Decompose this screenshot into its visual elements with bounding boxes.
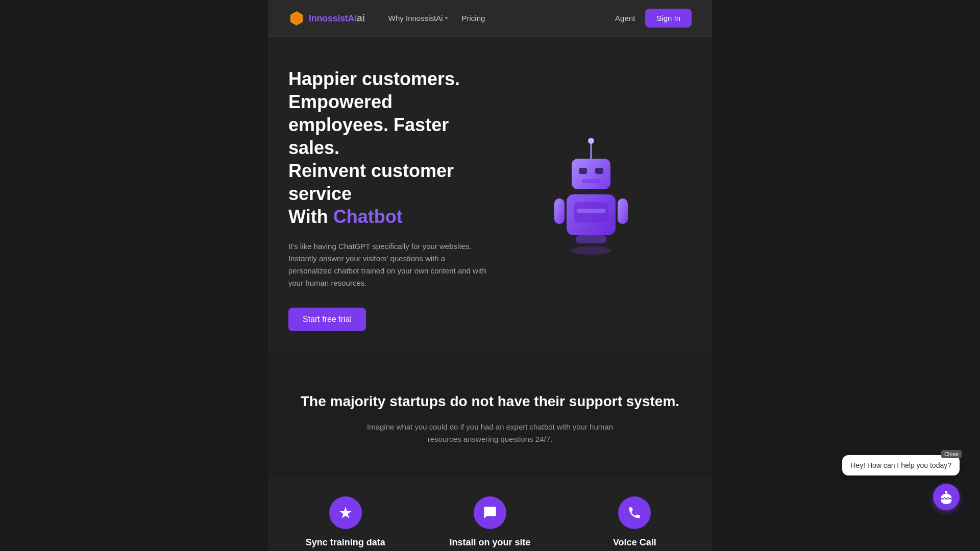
navbar: InnossistAiai Why InnossistAi ▾ Pricing … [268, 0, 712, 37]
chat-widget: Hey! How can I help you today? Close [842, 455, 960, 510]
logo: InnossistAiai [288, 10, 365, 27]
agent-link[interactable]: Agent [615, 14, 635, 22]
install-icon-circle [474, 496, 506, 529]
hero-section: Happier customers. Empowered employees. … [268, 37, 712, 352]
main-card: InnossistAiai Why InnossistAi ▾ Pricing … [268, 0, 712, 551]
svg-rect-11 [554, 198, 565, 224]
svg-rect-10 [577, 209, 605, 213]
feature-voice: Voice Call Add multiple agents for handl… [573, 496, 696, 551]
svg-rect-4 [572, 159, 610, 189]
feature-install: Install on your site Embed a chatbot on … [429, 496, 551, 551]
svg-rect-7 [582, 179, 600, 183]
phone-icon [627, 506, 642, 520]
hero-title: Happier customers. Empowered employees. … [288, 67, 490, 228]
chat-message-bubble: Hey! How can I help you today? [842, 455, 960, 475]
logo-text: InnossistAiai [309, 12, 365, 24]
hero-content: Happier customers. Empowered employees. … [288, 67, 490, 331]
star-icon [338, 506, 353, 520]
svg-rect-13 [576, 235, 606, 243]
page-wrapper: InnossistAiai Why InnossistAi ▾ Pricing … [0, 0, 980, 551]
svg-point-3 [588, 138, 594, 144]
nav-right: Agent Sign In [615, 9, 692, 28]
svg-point-14 [571, 246, 611, 255]
sync-icon-circle [329, 496, 362, 529]
bot-icon [939, 490, 953, 504]
middle-section: The majority startups do not have their … [268, 352, 712, 476]
voice-icon-circle [618, 496, 651, 529]
feature-sync: Sync training data Enter your URL for Si… [284, 496, 407, 551]
pricing-link[interactable]: Pricing [457, 11, 491, 26]
middle-title: The majority startups do not have their … [288, 392, 692, 411]
hero-illustration [490, 128, 692, 271]
chat-icon [483, 506, 497, 520]
feature-sync-title: Sync training data [284, 537, 407, 548]
chevron-down-icon: ▾ [445, 15, 448, 21]
chat-close-button[interactable]: Close [941, 450, 962, 458]
start-free-trial-button[interactable]: Start free trial [288, 308, 366, 331]
middle-description: Imagine what you could do if you had an … [362, 421, 618, 445]
features-section: Sync training data Enter your URL for Si… [268, 476, 712, 551]
why-innossistai-link[interactable]: Why InnossistAi ▾ [383, 11, 453, 26]
svg-rect-6 [595, 168, 603, 174]
feature-install-title: Install on your site [429, 537, 551, 548]
nav-links: Why InnossistAi ▾ Pricing [383, 11, 491, 26]
svg-rect-5 [579, 168, 587, 174]
hero-description: It's like having ChatGPT specifically fo… [288, 240, 490, 289]
logo-icon [288, 10, 305, 27]
signin-button[interactable]: Sign In [645, 9, 692, 28]
feature-voice-title: Voice Call [573, 537, 696, 548]
chat-avatar-button[interactable] [933, 484, 960, 510]
robot-svg [540, 128, 642, 271]
nav-left: InnossistAiai Why InnossistAi ▾ Pricing [288, 10, 490, 27]
svg-rect-12 [618, 198, 628, 224]
